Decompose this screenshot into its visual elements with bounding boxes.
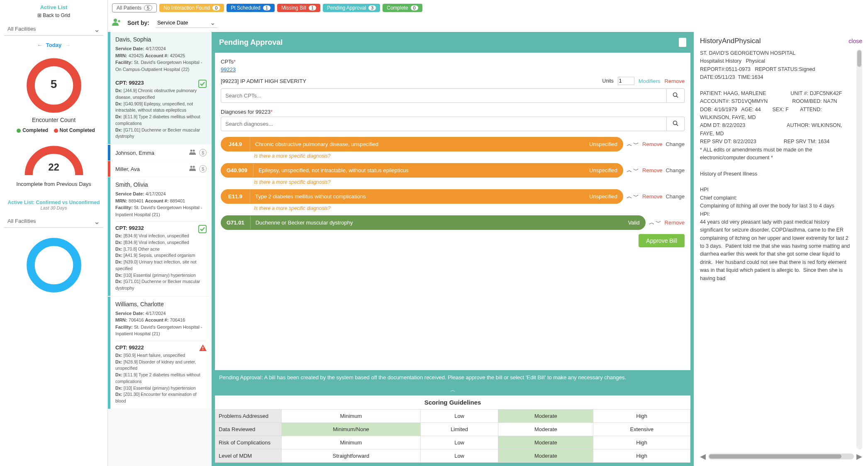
incomplete-label: Incomplete from Previous Days: [4, 181, 103, 187]
dx-reorder-arrows: ︿﹀: [649, 219, 661, 227]
sort-row: Sort by: Service Date: [108, 16, 868, 32]
date-next-arrow[interactable]: →: [65, 42, 71, 48]
scoring-cell[interactable]: Minimum: [282, 436, 421, 449]
scoring-cell[interactable]: Moderate: [498, 449, 593, 463]
dx-move-down[interactable]: ﹀: [656, 219, 661, 227]
dx-move-up[interactable]: ︿: [627, 141, 632, 148]
filter-pill-complete[interactable]: Complete0: [383, 4, 422, 12]
scoring-cell[interactable]: High: [593, 436, 690, 449]
confirmed-title: Active List: Confirmed vs Unconfirmed: [4, 200, 103, 205]
back-to-grid-link[interactable]: Back to Grid: [4, 12, 103, 18]
search-dx-input[interactable]: [221, 117, 667, 131]
patient-card-mini[interactable]: Miller, Ava$: [108, 161, 212, 177]
dx-change-link[interactable]: Change: [666, 141, 685, 147]
patient-card-mini[interactable]: Johnson, Emma$: [108, 145, 212, 161]
svg-line-12: [677, 96, 678, 98]
patient-card[interactable]: Williams, CharlotteService Date: 4/17/20…: [108, 297, 212, 409]
approve-bill-button[interactable]: Approve Bill: [639, 234, 685, 247]
dx-desc: Epilepsy, unspecified, not intractable, …: [253, 164, 583, 177]
encounter-label: Encounter Count: [4, 117, 103, 123]
scoring-cell[interactable]: High: [593, 449, 690, 463]
dx-move-down[interactable]: ﹀: [633, 141, 639, 148]
doc-scroll-track[interactable]: [708, 454, 854, 459]
approval-collapse-chevron[interactable]: ︿: [212, 385, 694, 395]
scoring-cell[interactable]: Moderate: [498, 410, 593, 423]
add-patient-icon[interactable]: [112, 18, 121, 28]
scoring-cell[interactable]: Moderate: [498, 423, 593, 436]
search-cpt-input[interactable]: [221, 88, 667, 103]
dx-status: Unspecified: [583, 164, 623, 177]
scoring-table: Problems AddressedMinimumLowModerateHigh…: [215, 409, 690, 463]
scoring-cell[interactable]: High: [593, 410, 690, 423]
units-input[interactable]: [618, 77, 634, 85]
scoring-cell[interactable]: Limited: [420, 423, 498, 436]
dx-remove-link[interactable]: Remove: [642, 141, 662, 147]
scoring-cell[interactable]: Low: [420, 436, 498, 449]
svg-point-7: [193, 166, 195, 168]
scoring-cell[interactable]: Minimum/None: [282, 423, 421, 436]
scoring-guidelines: Scoring Guidelines Problems AddressedMin…: [215, 395, 690, 463]
cpt-link[interactable]: 99223: [221, 66, 236, 73]
scoring-cell[interactable]: Moderate: [498, 436, 593, 449]
filter-pill-pt-scheduled[interactable]: Pt Scheduled1: [227, 4, 275, 12]
filter-bar: All Patients5No Interaction Found0Pt Sch…: [108, 0, 868, 16]
dx-remove-link[interactable]: Remove: [665, 220, 685, 226]
dx-row: E11.9Type 2 diabetes mellitus without co…: [221, 189, 685, 204]
search-cpt-button[interactable]: [667, 88, 685, 103]
dx-change-link[interactable]: Change: [666, 193, 685, 200]
dx-pill: G71.01Duchenne or Becker muscular dystro…: [221, 215, 646, 230]
scoring-cell[interactable]: Low: [420, 449, 498, 463]
svg-rect-9: [202, 346, 203, 349]
dx-code: J44.9: [221, 137, 250, 151]
group-icon: [189, 165, 197, 171]
patient-list[interactable]: Davis, SophiaService Date: 4/17/2024MRN:…: [108, 32, 212, 466]
dx-move-up[interactable]: ︿: [649, 219, 655, 227]
filter-pill-no-interaction-found[interactable]: No Interaction Found0: [159, 4, 224, 12]
doc-body[interactable]: ST. DAVID'S GEORGETOWN HOSPITAL Hospital…: [700, 49, 855, 449]
scoring-title: Scoring Guidelines: [215, 395, 690, 409]
filter-pill-missing-bill[interactable]: Missing Bill1: [277, 4, 320, 12]
dx-desc: Duchenne or Becker muscular dystrophy: [250, 216, 622, 229]
search-dx-button[interactable]: [667, 117, 685, 131]
dx-move-down[interactable]: ﹀: [633, 193, 639, 200]
date-prev-arrow[interactable]: ←: [37, 42, 42, 48]
patient-mini-icons: $: [189, 165, 207, 173]
dollar-icon: $: [199, 149, 207, 156]
doc-horizontal-nav: ◀ ▶: [700, 452, 862, 461]
scoring-cell[interactable]: Minimum: [282, 410, 421, 423]
dx-remove-link[interactable]: Remove: [642, 193, 662, 200]
cpt-remove-link[interactable]: Remove: [665, 78, 685, 84]
facility-select-2[interactable]: All Facilities: [4, 215, 103, 228]
sort-select[interactable]: Service Date: [156, 18, 218, 28]
facility-select[interactable]: All Facilities: [4, 22, 103, 36]
scoring-cell[interactable]: Straightforward: [282, 449, 421, 463]
svg-line-14: [677, 124, 678, 126]
doc-close-link[interactable]: close: [848, 38, 862, 44]
patient-card[interactable]: Davis, SophiaService Date: 4/17/2024MRN:…: [108, 32, 212, 144]
dx-remove-link[interactable]: Remove: [642, 167, 662, 173]
dx-move-down[interactable]: ﹀: [633, 167, 639, 174]
modifiers-link[interactable]: Modifiers: [639, 78, 661, 84]
filter-pill-all-patients[interactable]: All Patients5: [112, 3, 157, 12]
dx-reorder-arrows: ︿﹀: [627, 193, 639, 200]
dx-change-link[interactable]: Change: [666, 167, 685, 173]
filter-pill-pending-approval[interactable]: Pending Approval3: [323, 4, 380, 12]
patient-card[interactable]: Smith, OliviaService Date: 4/17/2024MRN:…: [108, 177, 212, 296]
svg-point-4: [190, 150, 193, 152]
patient-mini-icons: $: [189, 149, 207, 156]
dx-hint: Is there a more specific diagnosis?: [254, 179, 685, 185]
dx-move-up[interactable]: ︿: [627, 167, 632, 174]
doc-next-arrow[interactable]: ▶: [856, 452, 862, 461]
document-icon[interactable]: [679, 38, 686, 47]
doc-prev-arrow[interactable]: ◀: [700, 452, 706, 461]
dx-move-up[interactable]: ︿: [627, 193, 632, 200]
dx-code: G71.01: [221, 215, 250, 230]
incomplete-count: 22: [48, 161, 59, 173]
dx-pill: J44.9Chronic obstructive pulmonary disea…: [221, 137, 623, 151]
scoring-cell[interactable]: Extensive: [593, 423, 690, 436]
cpts-label: CPTs*: [221, 59, 685, 65]
scoring-cell[interactable]: Low: [420, 410, 498, 423]
approval-header: Pending Approval: [212, 32, 694, 53]
doc-vertical-scrollbar[interactable]: [856, 49, 862, 449]
main-area: All Patients5No Interaction Found0Pt Sch…: [108, 0, 868, 466]
